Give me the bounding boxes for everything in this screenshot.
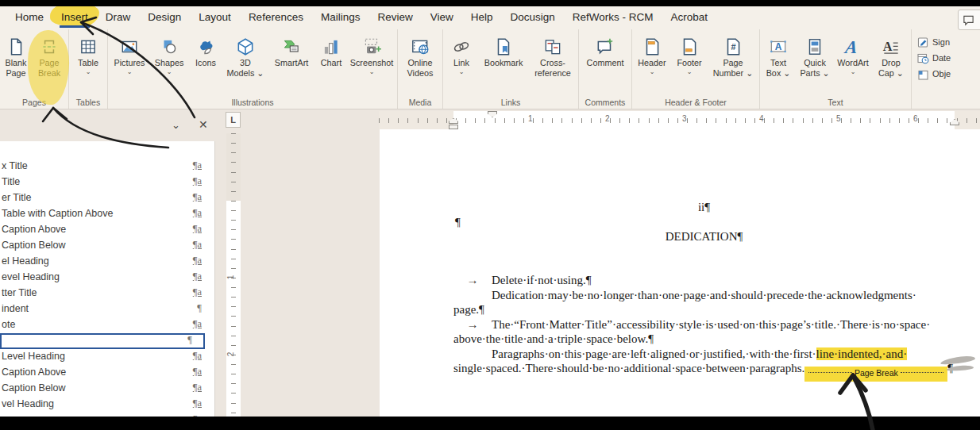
- style-type-mark: ¶a: [193, 255, 202, 267]
- header-chevron-icon[interactable]: ⌄: [650, 68, 655, 75]
- page-break-icon: [39, 36, 60, 58]
- style-row-vel-heading[interactable]: vel Heading¶a: [0, 397, 214, 413]
- online-videos-button[interactable]: OnlineVideos: [399, 32, 442, 79]
- ribbon-group-media: OnlineVideosMedia: [398, 29, 443, 109]
- wordart-chevron-icon[interactable]: ⌄: [851, 68, 856, 75]
- screenshot-button[interactable]: Screenshot⌄: [347, 32, 396, 75]
- chart-button[interactable]: Chart: [315, 32, 347, 68]
- style-row-evel-heading[interactable]: evel Heading¶a: [0, 270, 214, 286]
- style-type-mark: ¶a: [193, 382, 202, 394]
- page-number-label: Page: [723, 58, 743, 68]
- tab-review[interactable]: Review: [368, 8, 421, 28]
- chart-icon: [321, 36, 341, 58]
- vruler-number-2: 2: [226, 352, 235, 357]
- tab-draw[interactable]: Draw: [97, 8, 140, 28]
- blank-page-button[interactable]: BlankPage: [1, 32, 31, 79]
- tab-home[interactable]: Home: [6, 8, 52, 28]
- cross-reference-button[interactable]: Cross-reference: [528, 32, 577, 79]
- style-type-mark: ¶a: [193, 286, 202, 298]
- style-row-ote[interactable]: ote¶a: [0, 317, 214, 333]
- tab-insert[interactable]: Insert: [52, 8, 97, 28]
- style-row-table-with-caption-above[interactable]: Table with Caption Above¶a: [0, 206, 214, 222]
- left-indent-marker[interactable]: [449, 125, 458, 129]
- style-row-x-title[interactable]: x Title¶a: [0, 159, 214, 175]
- chevron-down-icon[interactable]: ⌄: [172, 119, 180, 131]
- ribbon-tab-bar: HomeInsertDrawDesignLayoutReferencesMail…: [0, 6, 980, 29]
- header-label: Header: [638, 58, 666, 68]
- wordart-button[interactable]: AWordArt⌄: [834, 32, 872, 75]
- footer-button[interactable]: Footer⌄: [671, 32, 708, 75]
- style-type-mark: ¶a: [193, 207, 202, 219]
- style-type-mark: ¶a: [193, 271, 202, 282]
- sign-button[interactable]: Sign: [916, 36, 950, 48]
- chart-label: Chart: [321, 58, 341, 68]
- hruler-number-6: 6: [913, 114, 918, 123]
- style-type-mark: ¶a: [193, 397, 202, 409]
- link-icon: [451, 36, 472, 58]
- quick-parts-button[interactable]: QuickParts ⌄: [796, 32, 834, 79]
- style-row-caption-below[interactable]: Caption Below¶a: [0, 238, 214, 254]
- style-row-level-heading[interactable]: Level Heading¶a: [0, 349, 214, 365]
- pictures-button[interactable]: Pictures⌄: [109, 32, 150, 75]
- table-label: Table: [78, 58, 98, 68]
- style-name: er Title: [2, 192, 32, 203]
- shapes-button[interactable]: Shapes⌄: [150, 32, 188, 75]
- object-button[interactable]: Obje: [916, 67, 951, 80]
- 3d-models-label: Models ⌄: [227, 68, 264, 79]
- smartart-button[interactable]: SmartArt: [268, 32, 315, 68]
- page-break-label: Break: [38, 68, 60, 79]
- text-box-button[interactable]: ATextBox ⌄: [761, 32, 796, 79]
- document-line-6: page.¶: [453, 302, 484, 317]
- style-name: Table with Caption Above: [2, 208, 113, 219]
- style-name: Caption Above: [2, 367, 66, 378]
- table-button[interactable]: Table⌄: [70, 32, 106, 75]
- style-row-er-title[interactable]: er Title¶a: [0, 190, 214, 206]
- style-row-indent[interactable]: indent¶: [0, 301, 214, 317]
- tab-view[interactable]: View: [422, 8, 462, 28]
- horizontal-ruler: 123456: [379, 111, 980, 129]
- style-row-caption-below[interactable]: Caption Below¶a: [0, 381, 214, 397]
- close-icon[interactable]: ✕: [199, 118, 208, 131]
- bookmark-button[interactable]: Bookmark: [479, 32, 528, 68]
- 3d-models-button[interactable]: 3DModels ⌄: [223, 32, 268, 79]
- style-row-title[interactable]: Title¶a: [0, 175, 214, 190]
- tab-docusign[interactable]: Docusign: [502, 8, 564, 28]
- shapes-chevron-icon[interactable]: ⌄: [167, 68, 172, 75]
- tab-mark: →: [453, 317, 492, 332]
- link-button[interactable]: Link⌄: [444, 32, 479, 75]
- svg-text:#: #: [731, 42, 736, 52]
- header-button[interactable]: Header⌄: [633, 32, 671, 75]
- group-label-media: Media: [398, 98, 442, 107]
- blank-page-label: Page: [6, 68, 25, 79]
- style-type-mark: ¶a: [193, 159, 202, 171]
- screenshot-chevron-icon[interactable]: ⌄: [369, 68, 375, 75]
- style-row-tter-title[interactable]: tter Title¶a: [0, 286, 214, 301]
- style-row-caption-above[interactable]: Caption Above¶a: [0, 365, 214, 381]
- tab-acrobat[interactable]: Acrobat: [662, 8, 717, 28]
- style-name: evel Heading: [2, 271, 60, 282]
- tab-refworks-rcm[interactable]: RefWorks - RCM: [564, 8, 662, 28]
- style-row[interactable]: ¶: [0, 333, 205, 349]
- link-chevron-icon[interactable]: ⌄: [459, 68, 465, 75]
- tab-help[interactable]: Help: [462, 8, 502, 28]
- pictures-chevron-icon[interactable]: ⌄: [127, 68, 133, 75]
- tab-layout[interactable]: Layout: [190, 8, 240, 28]
- page-number-button[interactable]: #PageNumber ⌄: [708, 32, 758, 79]
- tab-references[interactable]: References: [240, 8, 312, 28]
- icons-button[interactable]: Icons: [188, 32, 223, 68]
- page-break-button[interactable]: PageBreak: [31, 32, 68, 79]
- style-row-el-heading[interactable]: el Heading¶a: [0, 254, 214, 270]
- comments-button[interactable]: [958, 10, 980, 30]
- drop-cap-button[interactable]: ADropCap ⌄: [872, 32, 910, 79]
- tab-mailings[interactable]: Mailings: [312, 8, 369, 28]
- comment-button[interactable]: Comment: [580, 32, 631, 68]
- table-chevron-icon[interactable]: ⌄: [86, 68, 91, 75]
- style-row-caption-above[interactable]: Caption Above¶a: [0, 222, 214, 238]
- footer-chevron-icon[interactable]: ⌄: [687, 68, 693, 75]
- 3d-models-label: 3D: [240, 58, 251, 68]
- style-name: vel Heading: [2, 398, 54, 409]
- group-label-illustrations: Illustrations: [108, 98, 397, 107]
- tab-selector[interactable]: L: [226, 112, 241, 128]
- date-button[interactable]: Date: [916, 52, 951, 64]
- tab-design[interactable]: Design: [139, 8, 190, 28]
